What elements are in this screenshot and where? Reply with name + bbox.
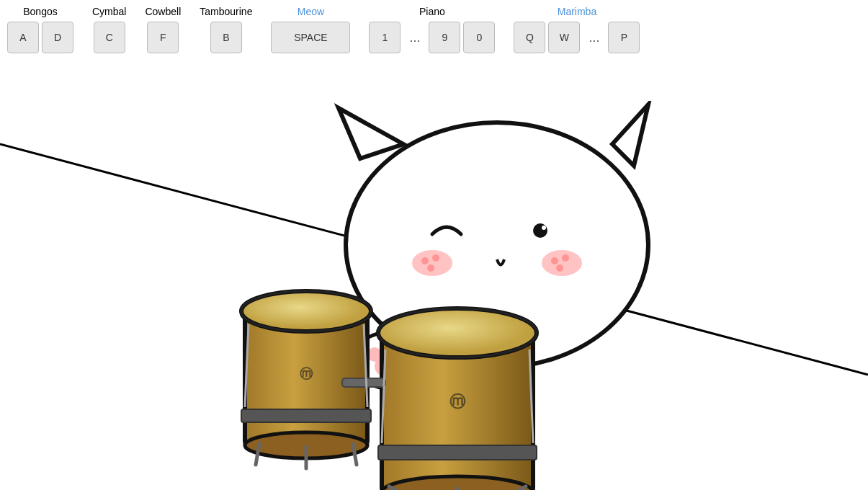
key-1[interactable]: 1	[369, 22, 401, 53]
cymbal-label: Cymbal	[92, 6, 126, 17]
key-a[interactable]: A	[7, 22, 39, 53]
key-space[interactable]: SPACE	[271, 22, 350, 53]
svg-text:ⓜ: ⓜ	[449, 393, 466, 411]
svg-point-5	[542, 226, 546, 230]
piano-keys: 1 ... 9 0	[369, 22, 495, 53]
instrument-group-cymbal: Cymbal C	[92, 6, 126, 53]
key-b[interactable]: B	[210, 22, 242, 53]
svg-text:ⓜ: ⓜ	[300, 367, 313, 381]
bongos-label: Bongos	[23, 6, 57, 17]
svg-rect-31	[342, 378, 385, 387]
instrument-group-bongos: Bongos A D	[7, 6, 73, 53]
key-9[interactable]: 9	[429, 22, 460, 53]
cowbell-keys: F	[147, 22, 179, 53]
marimba-keys: Q W ... P	[514, 22, 640, 53]
key-ellipsis-marimba: ...	[583, 22, 605, 53]
instrument-bar: Bongos A D Cymbal C Cowbell F Tambourine…	[0, 0, 868, 59]
tambourine-label: Tambourine	[200, 6, 252, 17]
instrument-group-piano: Piano 1 ... 9 0	[369, 6, 495, 53]
svg-marker-3	[612, 104, 648, 166]
key-q[interactable]: Q	[514, 22, 545, 53]
key-c[interactable]: C	[94, 22, 125, 53]
svg-point-4	[533, 223, 547, 238]
bongo-drums: ⓜ ⓜ	[231, 252, 591, 490]
scene: ⓜ ⓜ	[0, 86, 868, 490]
meow-keys: SPACE	[271, 22, 350, 53]
instrument-group-meow: Meow SPACE	[271, 6, 350, 53]
instrument-group-marimba: Marimba Q W ... P	[514, 6, 640, 53]
key-d[interactable]: D	[42, 22, 73, 53]
bongos-keys: A D	[7, 22, 73, 53]
meow-label: Meow	[297, 6, 324, 17]
svg-rect-23	[241, 409, 371, 422]
key-f[interactable]: F	[147, 22, 179, 53]
svg-rect-28	[378, 445, 537, 460]
key-w[interactable]: W	[548, 22, 580, 53]
cowbell-label: Cowbell	[145, 6, 181, 17]
instrument-group-tambourine: Tambourine B	[200, 6, 252, 53]
key-0[interactable]: 0	[463, 22, 495, 53]
tambourine-keys: B	[210, 22, 242, 53]
key-ellipsis-piano: ...	[403, 22, 426, 53]
key-p[interactable]: P	[608, 22, 640, 53]
piano-label: Piano	[419, 6, 445, 17]
cymbal-keys: C	[94, 22, 125, 53]
marimba-label: Marimba	[558, 6, 596, 17]
svg-marker-2	[339, 108, 403, 159]
instrument-group-cowbell: Cowbell F	[145, 6, 181, 53]
